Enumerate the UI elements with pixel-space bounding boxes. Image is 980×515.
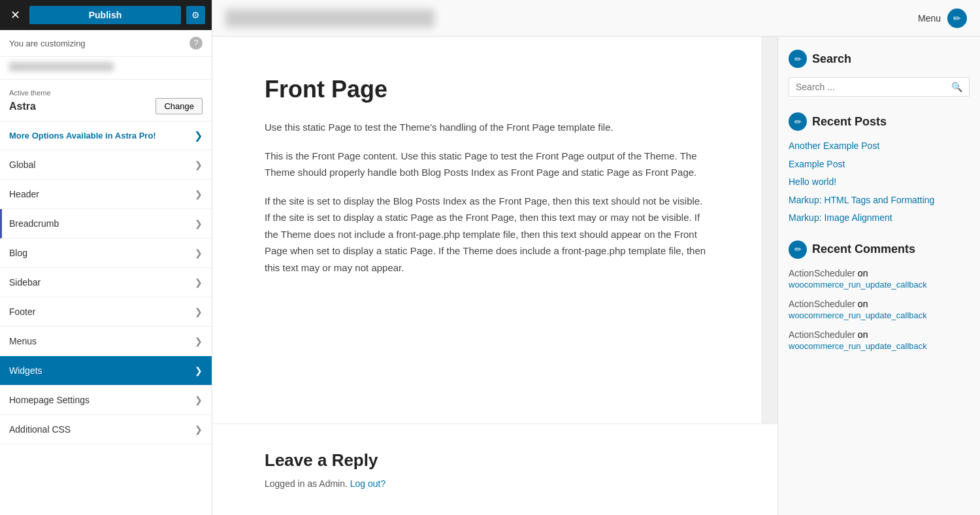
sidebar-item-sidebar[interactable]: Sidebar ❯ bbox=[0, 268, 212, 297]
astra-pro-text: More Options Available in Astra Pro! bbox=[9, 131, 156, 141]
comments-section: Leave a Reply Logged in as Admin. Log ou… bbox=[212, 424, 777, 515]
customizing-bar: You are customizing ? bbox=[0, 30, 212, 57]
menu-label: Menu bbox=[918, 13, 941, 24]
search-icon: 🔍 bbox=[951, 82, 962, 92]
site-name-bar bbox=[0, 57, 212, 80]
paragraph-1: Use this static Page to test the Theme's… bbox=[265, 119, 709, 136]
chevron-right-icon: ❯ bbox=[195, 424, 203, 435]
search-widget-title: Search bbox=[812, 52, 851, 66]
sidebar-item-label: Homepage Settings bbox=[9, 395, 90, 405]
sidebar-item-label: Breadcrumb bbox=[9, 218, 59, 229]
sidebar-item-additional-css[interactable]: Additional CSS ❯ bbox=[0, 415, 212, 444]
on-text: on bbox=[858, 268, 868, 278]
sidebar-item-menus[interactable]: Menus ❯ bbox=[0, 327, 212, 356]
chevron-right-icon: ❯ bbox=[195, 248, 203, 258]
paragraph-2: This is the Front Page content. Use this… bbox=[265, 148, 709, 181]
comment-link[interactable]: woocommerce_run_update_callback bbox=[789, 341, 970, 351]
chevron-right-icon: ❯ bbox=[195, 395, 203, 405]
search-widget-header: ✏ Search bbox=[789, 50, 970, 68]
publish-button[interactable]: Publish bbox=[29, 6, 181, 24]
recent-posts-list: Another Example Post Example Post Hello … bbox=[789, 140, 970, 225]
paragraph-3: If the site is set to display the Blog P… bbox=[265, 193, 709, 276]
recent-posts-title: Recent Posts bbox=[812, 115, 887, 129]
commenter-name: ActionScheduler bbox=[789, 268, 855, 278]
recent-post-link[interactable]: Hello world! bbox=[789, 176, 970, 189]
commenter-name: ActionScheduler bbox=[789, 299, 855, 309]
recent-comment: ActionScheduler on woocommerce_run_updat… bbox=[789, 268, 970, 290]
menu-button[interactable]: Menu bbox=[918, 13, 941, 24]
search-input[interactable] bbox=[796, 82, 951, 92]
active-theme-section: Active theme Astra Change bbox=[0, 80, 212, 122]
astra-pro-arrow-icon: ❯ bbox=[194, 129, 203, 142]
comment-link[interactable]: woocommerce_run_update_callback bbox=[789, 310, 970, 320]
help-icon[interactable]: ? bbox=[189, 37, 203, 50]
chevron-right-icon: ❯ bbox=[195, 307, 203, 317]
sidebar-item-blog[interactable]: Blog ❯ bbox=[0, 239, 212, 268]
page-title: Front Page bbox=[265, 76, 709, 103]
logged-in-as: Logged in as Admin. bbox=[265, 478, 348, 489]
logged-in-text: Logged in as Admin. Log out? bbox=[265, 478, 725, 489]
content-area: Front Page Use this static Page to test … bbox=[212, 37, 761, 424]
recent-posts-widget: ✏ Recent Posts Another Example Post Exam… bbox=[789, 112, 970, 225]
sidebar-item-label: Header bbox=[9, 189, 39, 199]
page-content: Use this static Page to test the Theme's… bbox=[265, 119, 709, 276]
chevron-right-icon: ❯ bbox=[195, 189, 203, 199]
sidebar-top-bar: ✕ Publish ⚙ bbox=[0, 0, 212, 30]
recent-post-link[interactable]: Example Post bbox=[789, 158, 970, 171]
sidebar-item-header[interactable]: Header ❯ bbox=[0, 180, 212, 209]
sidebar-item-breadcrumb[interactable]: Breadcrumb ❯ bbox=[0, 209, 212, 239]
customizer-sidebar: ✕ Publish ⚙ You are customizing ? Active… bbox=[0, 0, 212, 515]
sidebar-item-widgets[interactable]: Widgets ❯ bbox=[0, 356, 212, 386]
chevron-right-icon: ❯ bbox=[195, 336, 203, 346]
comments-title: Leave a Reply bbox=[265, 450, 725, 471]
edit-header-icon[interactable]: ✏ bbox=[947, 8, 967, 28]
main-preview: Menu ✏ Front Page Use this static Page t… bbox=[212, 0, 980, 515]
sidebar-item-global[interactable]: Global ❯ bbox=[0, 150, 212, 180]
search-widget: ✏ Search 🔍 bbox=[789, 50, 970, 97]
sidebar-item-label: Additional CSS bbox=[9, 424, 71, 435]
sidebar-item-label: Footer bbox=[9, 307, 35, 317]
on-text: on bbox=[858, 329, 868, 340]
recent-comments-list: ActionScheduler on woocommerce_run_updat… bbox=[789, 268, 970, 351]
recent-post-link[interactable]: Markup: Image Alignment bbox=[789, 212, 970, 225]
customizing-label: You are customizing bbox=[9, 39, 86, 48]
sidebar-item-homepage-settings[interactable]: Homepage Settings ❯ bbox=[0, 386, 212, 415]
sidebar-items: Global ❯ Header ❯ Breadcrumb ❯ Blog ❯ Si… bbox=[0, 150, 212, 444]
close-button[interactable]: ✕ bbox=[7, 5, 24, 25]
recent-comment: ActionScheduler on woocommerce_run_updat… bbox=[789, 329, 970, 351]
recent-comments-title: Recent Comments bbox=[812, 242, 915, 256]
settings-button[interactable]: ⚙ bbox=[186, 6, 205, 24]
chevron-right-icon: ❯ bbox=[195, 365, 203, 376]
commenter-name: ActionScheduler bbox=[789, 329, 855, 340]
change-theme-button[interactable]: Change bbox=[155, 98, 203, 114]
search-box[interactable]: 🔍 bbox=[789, 77, 970, 97]
logout-link[interactable]: Log out? bbox=[350, 478, 386, 489]
on-text: on bbox=[858, 299, 868, 309]
recent-posts-header: ✏ Recent Posts bbox=[789, 112, 970, 131]
astra-pro-banner[interactable]: More Options Available in Astra Pro! ❯ bbox=[0, 122, 212, 150]
recent-comments-widget: ✏ Recent Comments ActionScheduler on woo… bbox=[789, 241, 970, 351]
recent-post-link[interactable]: Markup: HTML Tags and Formatting bbox=[789, 194, 970, 207]
sidebar-item-footer[interactable]: Footer ❯ bbox=[0, 297, 212, 327]
chevron-right-icon: ❯ bbox=[195, 218, 203, 229]
sidebar-item-label: Blog bbox=[9, 248, 27, 258]
recent-comments-header: ✏ Recent Comments bbox=[789, 241, 970, 259]
sidebar-item-label: Global bbox=[9, 159, 35, 170]
recent-posts-icon: ✏ bbox=[789, 112, 807, 131]
preview-body: Front Page Use this static Page to test … bbox=[212, 37, 980, 515]
preview-header: Menu ✏ bbox=[212, 0, 980, 37]
theme-name: Astra bbox=[9, 101, 36, 112]
right-sidebar: ✏ Search 🔍 ✏ Recent Posts Another Exampl… bbox=[777, 37, 980, 515]
recent-post-link[interactable]: Another Example Post bbox=[789, 140, 970, 153]
sidebar-item-label: Sidebar bbox=[9, 277, 41, 288]
sidebar-item-label: Menus bbox=[9, 336, 37, 346]
comment-link[interactable]: woocommerce_run_update_callback bbox=[789, 280, 970, 290]
site-logo-blurred bbox=[225, 9, 434, 27]
chevron-right-icon: ❯ bbox=[195, 277, 203, 288]
search-widget-icon: ✏ bbox=[789, 50, 807, 68]
site-name-blurred bbox=[9, 62, 114, 71]
recent-comments-icon: ✏ bbox=[789, 241, 807, 259]
recent-comment: ActionScheduler on woocommerce_run_updat… bbox=[789, 299, 970, 320]
active-theme-row: Astra Change bbox=[9, 98, 203, 114]
chevron-right-icon: ❯ bbox=[195, 159, 203, 170]
